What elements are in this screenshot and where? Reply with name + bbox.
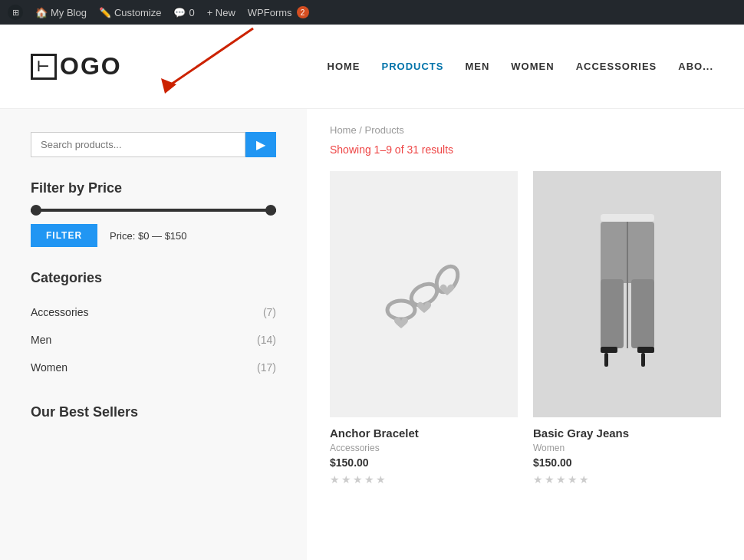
star-1: ★ [330, 473, 340, 486]
category-name-accessories: Accessories [31, 306, 88, 318]
star-5: ★ [376, 473, 386, 486]
categories-section: Categories Accessories (7) Men (14) Wome… [31, 270, 276, 381]
category-count-women: (17) [257, 361, 276, 374]
category-count-men: (14) [257, 334, 276, 346]
wpforms-label: WPForms [248, 7, 292, 18]
admin-bar: ⊞ 🏠 My Blog ✏️ Customize 💬 0 + New WPFor… [0, 0, 744, 25]
search-button[interactable]: ▶ [245, 132, 276, 157]
product-rating-jeans: ★ ★ ★ ★ ★ [533, 473, 721, 486]
svg-rect-12 [637, 347, 654, 353]
star-3: ★ [556, 473, 566, 486]
comments-item[interactable]: 💬 0 [173, 7, 194, 18]
price-range-label: Price: $0 — $150 [110, 230, 186, 242]
price-slider-handle-right[interactable] [265, 205, 276, 216]
bracelet-svg [363, 233, 486, 356]
site-wrapper: ⊢ OGO HOME PRODUCTS MEN WOMEN ACCESSORIE… [0, 25, 744, 560]
site-header: ⊢ OGO HOME PRODUCTS MEN WOMEN ACCESSORIE… [0, 25, 744, 109]
product-info-bracelet: Anchor Bracelet Accessories $150.00 ★ ★ … [330, 417, 518, 495]
product-card-bracelet[interactable]: Anchor Bracelet Accessories $150.00 ★ ★ … [330, 171, 518, 417]
new-item[interactable]: + New [207, 7, 235, 18]
svg-rect-13 [641, 353, 645, 367]
my-blog-label: My Blog [51, 7, 87, 18]
nav-home[interactable]: HOME [328, 61, 360, 72]
product-grid: Anchor Bracelet Accessories $150.00 ★ ★ … [330, 171, 721, 417]
search-box: ▶ [31, 132, 276, 157]
comments-icon: 💬 [173, 7, 186, 18]
logo-text: OGO [60, 52, 122, 81]
jeans-svg [566, 210, 689, 379]
nav-accessories[interactable]: ACCESSORIES [576, 61, 657, 72]
star-2: ★ [545, 473, 555, 486]
category-item-men[interactable]: Men (14) [31, 326, 276, 354]
category-name-women: Women [31, 361, 67, 374]
breadcrumb: Home / Products [330, 124, 721, 136]
product-image-bracelet [330, 171, 518, 417]
filter-button[interactable]: FILTER [31, 224, 97, 247]
category-count-accessories: (7) [263, 306, 276, 318]
customize-icon: ✏️ [99, 7, 111, 18]
category-item-women[interactable]: Women (17) [31, 354, 276, 381]
star-2: ★ [341, 473, 351, 486]
svg-rect-11 [604, 353, 608, 367]
product-price-bracelet: $150.00 [330, 456, 518, 469]
search-input[interactable] [31, 132, 245, 157]
my-blog-icon: 🏠 [35, 7, 48, 18]
breadcrumb-separator: / [359, 124, 364, 136]
product-rating-bracelet: ★ ★ ★ ★ ★ [330, 473, 518, 486]
product-info-jeans: Basic Gray Jeans Women $150.00 ★ ★ ★ ★ ★ [533, 417, 721, 495]
new-label: + New [207, 7, 235, 18]
customize-item[interactable]: ✏️ Customize [99, 7, 161, 18]
svg-rect-7 [601, 279, 624, 348]
my-blog-item[interactable]: 🏠 My Blog [35, 7, 87, 18]
best-sellers-section: Our Best Sellers [31, 404, 276, 420]
price-slider-handle-left[interactable] [31, 205, 41, 216]
product-name-jeans: Basic Gray Jeans [533, 427, 721, 440]
sidebar: ▶ Filter by Price FILTER Price: $0 — $15… [0, 109, 307, 560]
wpforms-item[interactable]: WPForms 2 [248, 6, 309, 18]
product-card-jeans[interactable]: Basic Gray Jeans Women $150.00 ★ ★ ★ ★ ★ [533, 171, 721, 417]
wp-logo-icon: ⊞ [8, 5, 23, 20]
filter-price-section: Filter by Price FILTER Price: $0 — $150 [31, 180, 276, 247]
star-3: ★ [353, 473, 363, 486]
category-item-accessories[interactable]: Accessories (7) [31, 298, 276, 326]
svg-rect-5 [601, 214, 654, 222]
comments-count: 0 [189, 7, 194, 18]
product-category-jeans: Women [533, 443, 721, 453]
main-content: Home / Products Showing 1–9 of 31 result… [307, 109, 744, 560]
breadcrumb-products: Products [365, 124, 404, 136]
price-slider-track[interactable] [31, 209, 276, 212]
star-4: ★ [364, 473, 374, 486]
product-image-jeans [533, 171, 721, 417]
star-5: ★ [579, 473, 589, 486]
breadcrumb-home[interactable]: Home [330, 124, 357, 136]
category-name-men: Men [31, 334, 51, 346]
product-category-bracelet: Accessories [330, 443, 518, 453]
logo-letter: ⊢ [37, 58, 51, 75]
content-wrapper: ▶ Filter by Price FILTER Price: $0 — $15… [0, 109, 744, 560]
main-nav: HOME PRODUCTS MEN WOMEN ACCESSORIES ABO.… [328, 61, 714, 72]
star-1: ★ [533, 473, 543, 486]
wpforms-badge: 2 [297, 6, 309, 18]
nav-products[interactable]: PRODUCTS [382, 61, 444, 72]
site-logo[interactable]: ⊢ OGO [31, 52, 122, 81]
wp-icon-item[interactable]: ⊞ [8, 5, 23, 20]
svg-rect-8 [631, 279, 654, 348]
customize-label: Customize [114, 7, 161, 18]
nav-women[interactable]: WOMEN [511, 61, 554, 72]
nav-about[interactable]: ABO... [678, 61, 713, 72]
svg-point-2 [387, 301, 415, 319]
product-price-jeans: $150.00 [533, 456, 721, 469]
product-name-bracelet: Anchor Bracelet [330, 427, 518, 440]
results-count: Showing 1–9 of 31 results [330, 143, 721, 156]
svg-rect-10 [601, 347, 617, 353]
star-4: ★ [568, 473, 578, 486]
filter-price-title: Filter by Price [31, 180, 276, 196]
nav-men[interactable]: MEN [465, 61, 489, 72]
categories-title: Categories [31, 270, 276, 286]
filter-row: FILTER Price: $0 — $150 [31, 224, 276, 247]
best-sellers-title: Our Best Sellers [31, 404, 276, 420]
logo-box: ⊢ [31, 54, 57, 80]
